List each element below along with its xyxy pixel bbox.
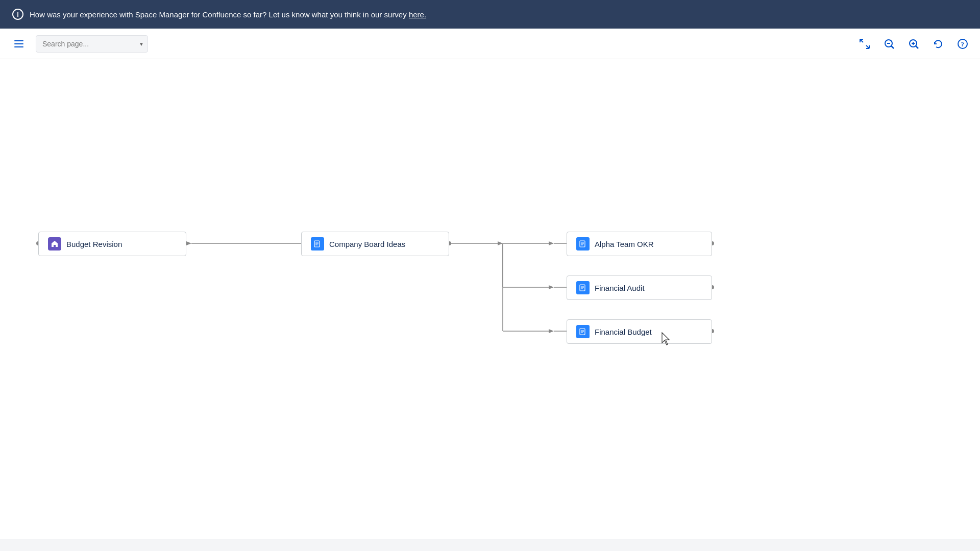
toolbar: ▼ bbox=[0, 29, 980, 59]
node-label-company-board-ideas: Company Board Ideas bbox=[329, 240, 405, 248]
svg-marker-27 bbox=[549, 241, 554, 245]
connectors-svg bbox=[0, 59, 980, 551]
node-financial-budget[interactable]: Financial Budget bbox=[567, 319, 712, 344]
banner-text: How was your experience with Space Manag… bbox=[30, 10, 426, 19]
bottom-bar bbox=[0, 539, 980, 551]
node-label-alpha-team-okr: Alpha Team OKR bbox=[595, 240, 654, 248]
doc-icon bbox=[576, 325, 590, 338]
hamburger-icon bbox=[14, 46, 23, 47]
survey-link[interactable]: here. bbox=[409, 10, 426, 19]
node-label-budget-revision: Budget Revision bbox=[66, 240, 122, 248]
canvas: Budget Revision Company Board Ideas Alph… bbox=[0, 59, 980, 551]
hamburger-icon bbox=[14, 43, 23, 44]
survey-banner: i How was your experience with Space Man… bbox=[0, 0, 980, 29]
svg-marker-30 bbox=[549, 285, 554, 289]
search-input[interactable] bbox=[36, 35, 148, 53]
doc-icon bbox=[311, 237, 324, 251]
zoom-in-icon[interactable] bbox=[906, 37, 921, 51]
node-company-board-ideas[interactable]: Company Board Ideas bbox=[301, 232, 449, 256]
svg-marker-17 bbox=[186, 241, 191, 245]
toolbar-right: ? bbox=[857, 37, 970, 51]
node-label-financial-audit: Financial Audit bbox=[595, 284, 645, 292]
svg-text:?: ? bbox=[961, 40, 965, 48]
doc-icon bbox=[576, 281, 590, 294]
doc-icon bbox=[576, 237, 590, 251]
zoom-out-icon[interactable] bbox=[882, 37, 896, 51]
home-icon bbox=[48, 237, 61, 251]
collapse-icon[interactable] bbox=[857, 37, 872, 51]
svg-line-12 bbox=[916, 46, 918, 48]
node-budget-revision[interactable]: Budget Revision bbox=[38, 232, 186, 256]
info-icon: i bbox=[12, 9, 23, 20]
chevron-down-icon: ▼ bbox=[139, 41, 144, 46]
svg-marker-33 bbox=[549, 329, 554, 333]
search-container: ▼ bbox=[36, 35, 148, 53]
node-financial-audit[interactable]: Financial Audit bbox=[567, 276, 712, 300]
help-icon[interactable]: ? bbox=[955, 37, 970, 51]
svg-marker-22 bbox=[498, 241, 503, 245]
refresh-icon[interactable] bbox=[931, 37, 945, 51]
menu-button[interactable] bbox=[10, 36, 28, 52]
node-alpha-team-okr[interactable]: Alpha Team OKR bbox=[567, 232, 712, 256]
node-label-financial-budget: Financial Budget bbox=[595, 328, 652, 336]
hamburger-icon bbox=[14, 40, 23, 41]
svg-line-8 bbox=[891, 46, 894, 48]
